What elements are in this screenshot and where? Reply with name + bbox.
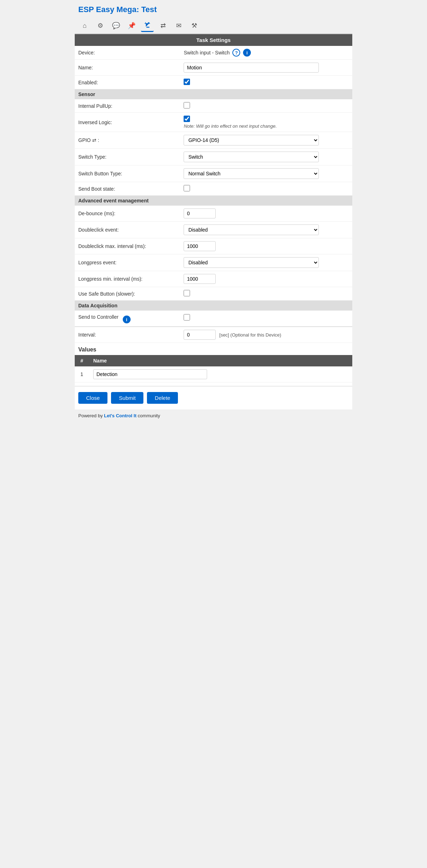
footer-suffix: community [136,413,160,418]
enabled-checkbox[interactable] [184,79,190,85]
submit-button[interactable]: Submit [111,392,143,404]
values-table: # Name 1 [75,355,352,382]
gpio-select-cell: GPIO-14 (D5) GPIO-0 (D3) GPIO-1 (TX) GPI… [180,132,352,149]
home-icon[interactable]: ⌂ [78,19,91,32]
longpress-interval-row: Longpress min. interval (ms): [75,271,352,287]
safe-button-cell [180,287,352,301]
interval-row: Interval: [sec] (Optional for this Devic… [75,327,352,343]
doubleclick-row: Doubleclick event: Disabled Active Low A… [75,222,352,238]
switch-type-select[interactable]: Switch Dimmer [184,152,319,162]
values-title: Values [75,343,352,355]
send-boot-row: Send Boot state: [75,182,352,196]
sensor-table: Internal PullUp: Inversed Logic: Note: W… [75,99,352,196]
delete-button[interactable]: Delete [147,392,178,404]
doubleclick-interval-input[interactable] [184,241,216,251]
doubleclick-interval-cell [180,238,352,254]
advanced-event-table: De-bounce (ms): Doubleclick event: Disab… [75,206,352,301]
values-col-number: # [75,355,89,366]
device-label: Device: [75,46,180,60]
help-icon[interactable]: ? [232,49,240,57]
switch-button-type-label: Switch Button Type: [75,165,180,182]
pin-icon[interactable]: 📌 [125,19,138,32]
data-acquisition-header: Data Acquisition [75,301,352,311]
name-input[interactable] [184,63,319,73]
interval-table: Interval: [sec] (Optional for this Devic… [75,327,352,343]
send-boot-label: Send Boot state: [75,182,180,196]
longpress-interval-cell [180,271,352,287]
debounce-label: De-bounce (ms): [75,206,180,222]
footer-prefix: Powered by [78,413,104,418]
debounce-input[interactable] [184,208,216,218]
data-acquisition-table: Send to Controller i [75,311,352,327]
interval-label: Interval: [75,327,180,343]
safe-button-row: Use Safe Button (slower): [75,287,352,301]
send-controller-label: Send to Controller [78,314,118,320]
send-controller-info-icon[interactable]: i [123,316,131,323]
button-row: Close Submit Delete [75,386,352,409]
send-controller-checkbox-cell [180,311,352,327]
send-controller-checkbox[interactable] [184,314,190,321]
safe-button-label: Use Safe Button (slower): [75,287,180,301]
longpress-select[interactable]: Disabled Active Low Active High Both [184,257,319,268]
close-button[interactable]: Close [78,392,107,404]
email-icon[interactable]: ✉ [172,19,185,32]
plug-icon[interactable] [141,19,154,32]
wrench-icon[interactable]: ⚒ [188,19,201,32]
name-row: Name: [75,60,352,76]
longpress-label: Longpress event: [75,254,180,271]
longpress-interval-input[interactable] [184,274,216,284]
enabled-checkbox-cell [180,76,352,89]
values-header-row: # Name [75,355,352,366]
enabled-label: Enabled: [75,76,180,89]
info-icon[interactable]: i [243,49,251,57]
gpio-row: GPIO ⇄ : GPIO-14 (D5) GPIO-0 (D3) GPIO-1… [75,132,352,149]
footer: Powered by Let's Control It community [75,409,352,424]
nav-bar: ⌂ ⚙ 💬 📌 ⇄ ✉ ⚒ [75,18,352,34]
gpio-select[interactable]: GPIO-14 (D5) GPIO-0 (D3) GPIO-1 (TX) GPI… [184,135,319,145]
inversed-logic-row: Inversed Logic: Note: Will go into effec… [75,113,352,132]
inversed-logic-note: Note: Will go into effect on next input … [184,123,277,129]
device-row: Device: Switch input - Switch ? i [75,46,352,60]
sensor-header: Sensor [75,89,352,99]
device-value: Switch input - Switch [184,50,230,55]
interval-suffix: [sec] (Optional for this Device) [219,332,281,338]
longpress-interval-label: Longpress min. interval (ms): [75,271,180,287]
inversed-logic-label: Inversed Logic: [75,113,180,132]
safe-button-checkbox[interactable] [184,290,190,296]
interval-cell: [sec] (Optional for this Device) [180,327,352,343]
footer-link[interactable]: Let's Control It [104,413,136,418]
debounce-cell [180,206,352,222]
inversed-logic-cell: Note: Will go into effect on next input … [180,113,352,132]
main-container: Task Settings Device: Switch input - Swi… [75,34,352,409]
device-value-cell: Switch input - Switch ? i [180,46,352,60]
values-col-name: Name [89,355,352,366]
table-row: 1 [75,366,352,382]
switch-button-type-cell: Normal Switch Push Active Low Push Activ… [180,165,352,182]
enabled-row: Enabled: [75,76,352,89]
send-controller-row: Send to Controller i [75,311,352,327]
doubleclick-interval-label: Doubleclick max. interval (ms): [75,238,180,254]
switch-button-type-select[interactable]: Normal Switch Push Active Low Push Activ… [184,168,319,179]
doubleclick-select[interactable]: Disabled Active Low Active High Both [184,224,319,235]
doubleclick-label: Doubleclick event: [75,222,180,238]
inversed-logic-checkbox[interactable] [184,116,190,122]
internal-pullup-row: Internal PullUp: [75,99,352,113]
arrows-icon[interactable]: ⇄ [157,19,169,32]
send-boot-checkbox[interactable] [184,185,190,191]
chat-icon[interactable]: 💬 [110,19,122,32]
interval-input[interactable] [184,330,216,340]
advanced-event-header: Advanced event management [75,196,352,206]
switch-type-label: Switch Type: [75,149,180,165]
switch-button-type-row: Switch Button Type: Normal Switch Push A… [75,165,352,182]
switch-type-cell: Switch Dimmer [180,149,352,165]
gpio-label: GPIO ⇄ : [75,132,180,149]
send-controller-label-cell: Send to Controller i [75,311,180,327]
internal-pullup-checkbox[interactable] [184,102,190,108]
longpress-cell: Disabled Active Low Active High Both [180,254,352,271]
row-number: 1 [75,366,89,382]
page-title: ESP Easy Mega: Test [75,0,352,18]
row-name-input[interactable] [93,369,207,379]
settings-icon[interactable]: ⚙ [94,19,107,32]
send-boot-cell [180,182,352,196]
task-settings-header: Task Settings [75,34,352,46]
